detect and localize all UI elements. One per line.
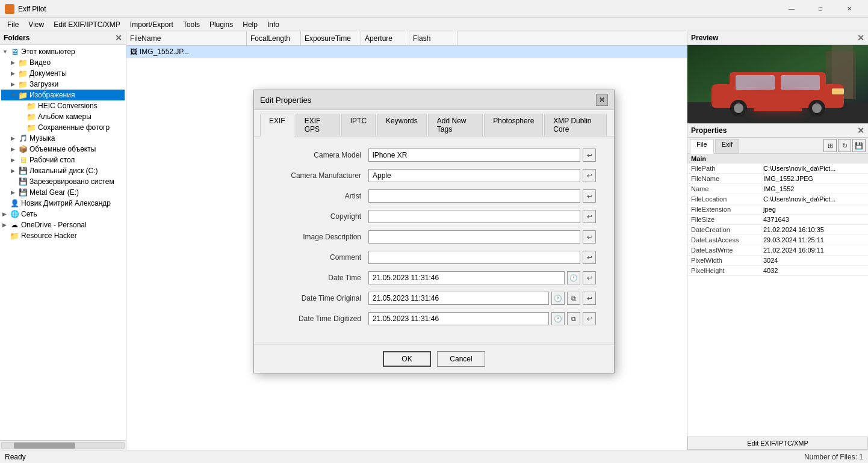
artist-reset-button[interactable]: ↩ bbox=[583, 189, 596, 203]
dialog-tab-exif-gps[interactable]: EXIF GPS bbox=[296, 114, 340, 136]
form-row-image-description: Image Description ↩ bbox=[272, 230, 596, 244]
comment-input[interactable] bbox=[368, 251, 580, 264]
copyright-reset-button[interactable]: ↩ bbox=[583, 210, 596, 223]
artist-input[interactable] bbox=[368, 189, 580, 203]
ok-button[interactable]: OK bbox=[383, 351, 431, 367]
dialog-tab-keywords[interactable]: Keywords bbox=[377, 114, 427, 136]
form-row-camera-manufacturer: Camera Manufacturer ↩ bbox=[272, 169, 596, 182]
date-time-input-wrap: 🕐 ↩ bbox=[368, 271, 596, 284]
date-time-digitized-input-wrap: 🕐 ⧉ ↩ bbox=[368, 312, 596, 325]
form-row-date-time-original: Date Time Original 🕐 ⧉ ↩ bbox=[272, 292, 596, 305]
date-time-reset-button[interactable]: ↩ bbox=[583, 271, 596, 284]
image-description-label: Image Description bbox=[272, 233, 368, 241]
image-description-reset-button[interactable]: ↩ bbox=[583, 230, 596, 244]
modal-overlay: Edit Properties ✕ EXIF EXIF GPS IPTC Key… bbox=[0, 0, 868, 463]
dialog-close-button[interactable]: ✕ bbox=[596, 94, 608, 106]
camera-manufacturer-label: Camera Manufacturer bbox=[272, 171, 368, 180]
form-row-camera-model: Camera Model ↩ bbox=[272, 149, 596, 162]
dialog-title: Edit Properties bbox=[260, 96, 311, 105]
camera-manufacturer-reset-button[interactable]: ↩ bbox=[583, 169, 596, 182]
dialog-tab-exif[interactable]: EXIF bbox=[260, 114, 294, 136]
image-description-input-wrap: ↩ bbox=[368, 230, 596, 244]
camera-model-input-wrap: ↩ bbox=[368, 149, 596, 162]
date-time-digitized-reset-button[interactable]: ↩ bbox=[583, 312, 596, 325]
date-time-digitized-input[interactable] bbox=[368, 312, 549, 325]
form-row-date-time-digitized: Date Time Digitized 🕐 ⧉ ↩ bbox=[272, 312, 596, 325]
dialog-tab-xmp-dublin[interactable]: XMP Dublin Core bbox=[544, 114, 607, 136]
camera-model-label: Camera Model bbox=[272, 151, 368, 159]
camera-model-input[interactable] bbox=[368, 149, 580, 162]
form-row-comment: Comment ↩ bbox=[272, 251, 596, 264]
comment-label: Comment bbox=[272, 253, 368, 262]
copyright-input[interactable] bbox=[368, 210, 580, 223]
dialog-body: Camera Model ↩ Camera Manufacturer ↩ Art… bbox=[254, 136, 614, 345]
copyright-input-wrap: ↩ bbox=[368, 210, 596, 223]
dialog-tab-photosphere[interactable]: Photosphere bbox=[484, 114, 543, 136]
date-time-label: Date Time bbox=[272, 274, 368, 282]
date-time-digitized-copy-button[interactable]: ⧉ bbox=[567, 312, 580, 325]
artist-input-wrap: ↩ bbox=[368, 189, 596, 203]
date-time-original-label: Date Time Original bbox=[272, 294, 368, 302]
date-time-original-now-button[interactable]: 🕐 bbox=[551, 292, 565, 305]
camera-manufacturer-input[interactable] bbox=[368, 169, 580, 182]
date-time-now-button[interactable]: 🕐 bbox=[567, 271, 580, 284]
artist-label: Artist bbox=[272, 192, 368, 200]
camera-manufacturer-input-wrap: ↩ bbox=[368, 169, 596, 182]
dialog-tab-add-new-tags[interactable]: Add New Tags bbox=[428, 114, 483, 136]
date-time-original-input-wrap: 🕐 ⧉ ↩ bbox=[368, 292, 596, 305]
image-description-input[interactable] bbox=[368, 230, 580, 244]
copyright-label: Copyright bbox=[272, 212, 368, 221]
form-row-copyright: Copyright ↩ bbox=[272, 210, 596, 223]
date-time-original-reset-button[interactable]: ↩ bbox=[583, 292, 596, 305]
comment-reset-button[interactable]: ↩ bbox=[583, 251, 596, 264]
cancel-button[interactable]: Cancel bbox=[437, 351, 485, 367]
dialog-tabs: EXIF EXIF GPS IPTC Keywords Add New Tags… bbox=[254, 110, 614, 136]
form-row-artist: Artist ↩ bbox=[272, 189, 596, 203]
date-time-digitized-label: Date Time Digitized bbox=[272, 314, 368, 323]
date-time-digitized-now-button[interactable]: 🕐 bbox=[551, 312, 565, 325]
dialog-title-bar: Edit Properties ✕ bbox=[254, 90, 614, 110]
date-time-original-copy-button[interactable]: ⧉ bbox=[567, 292, 580, 305]
date-time-original-input[interactable] bbox=[368, 292, 549, 305]
form-row-date-time: Date Time 🕐 ↩ bbox=[272, 271, 596, 284]
dialog-footer: OK Cancel bbox=[254, 345, 614, 373]
edit-properties-dialog: Edit Properties ✕ EXIF EXIF GPS IPTC Key… bbox=[253, 90, 615, 373]
dialog-tab-iptc[interactable]: IPTC bbox=[341, 114, 376, 136]
comment-input-wrap: ↩ bbox=[368, 251, 596, 264]
camera-model-reset-button[interactable]: ↩ bbox=[583, 149, 596, 162]
date-time-input[interactable] bbox=[368, 271, 565, 284]
